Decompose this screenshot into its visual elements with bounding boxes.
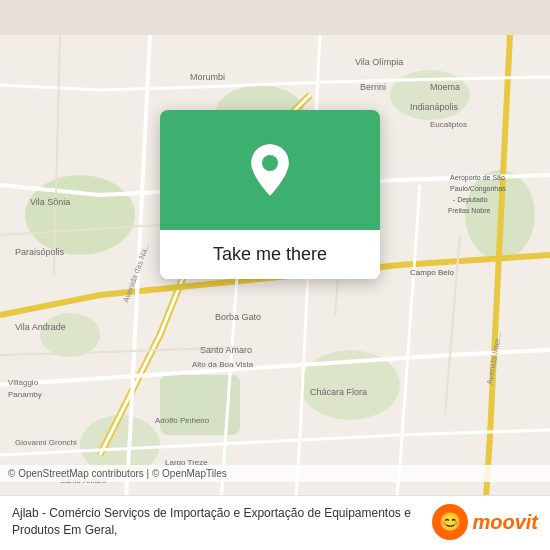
bottom-bar: Ajlab - Comércio Serviços de Importação … xyxy=(0,495,550,550)
svg-text:Aeroporto de São: Aeroporto de São xyxy=(450,174,505,182)
svg-point-8 xyxy=(40,313,100,357)
svg-text:Vila Andrade: Vila Andrade xyxy=(15,322,66,332)
svg-text:Campo Belo: Campo Belo xyxy=(410,268,455,277)
svg-point-35 xyxy=(262,155,278,171)
destination-card: Take me there xyxy=(160,110,380,279)
svg-text:Panamby: Panamby xyxy=(8,390,42,399)
svg-text:Paulo/Congonhas: Paulo/Congonhas xyxy=(450,185,506,193)
svg-text:Santo Amaro: Santo Amaro xyxy=(200,345,252,355)
map-container: Vila Sônia Paraisópolis Vila Andrade Vil… xyxy=(0,0,550,550)
svg-text:Vila Sônia: Vila Sônia xyxy=(30,197,70,207)
svg-point-1 xyxy=(25,175,135,255)
business-name: Ajlab - Comércio Serviços de Importação … xyxy=(12,505,424,539)
svg-text:Borba Gato: Borba Gato xyxy=(215,312,261,322)
location-pin-icon xyxy=(248,142,292,198)
svg-text:Giovanni Gronchi: Giovanni Gronchi xyxy=(15,438,77,447)
moovit-face-icon: 😊 xyxy=(432,504,468,540)
copyright-text: © OpenStreetMap contributors | © OpenMap… xyxy=(8,468,227,479)
svg-text:Moema: Moema xyxy=(430,82,460,92)
svg-text:- Deputado: - Deputado xyxy=(453,196,488,204)
svg-text:Berrini: Berrini xyxy=(360,82,386,92)
svg-text:Paraisópolis: Paraisópolis xyxy=(15,247,65,257)
svg-text:Chácara Flora: Chácara Flora xyxy=(310,387,367,397)
svg-text:Freitas Nobre: Freitas Nobre xyxy=(448,207,491,214)
moovit-text: moovit xyxy=(472,511,538,534)
take-me-there-button[interactable]: Take me there xyxy=(160,230,380,279)
moovit-logo: 😊 moovit xyxy=(432,504,538,540)
svg-text:Indianápolis: Indianápolis xyxy=(410,102,459,112)
card-header xyxy=(160,110,380,230)
svg-text:Eucaliptos: Eucaliptos xyxy=(430,120,467,129)
svg-text:Vila Olímpia: Vila Olímpia xyxy=(355,57,403,67)
copyright-bar: © OpenStreetMap contributors | © OpenMap… xyxy=(0,465,550,482)
svg-text:Villaggio: Villaggio xyxy=(8,378,39,387)
svg-text:Morumbi: Morumbi xyxy=(190,72,225,82)
svg-text:Alto da Boa Vista: Alto da Boa Vista xyxy=(192,360,254,369)
svg-text:Adolfo Pinheiro: Adolfo Pinheiro xyxy=(155,416,210,425)
